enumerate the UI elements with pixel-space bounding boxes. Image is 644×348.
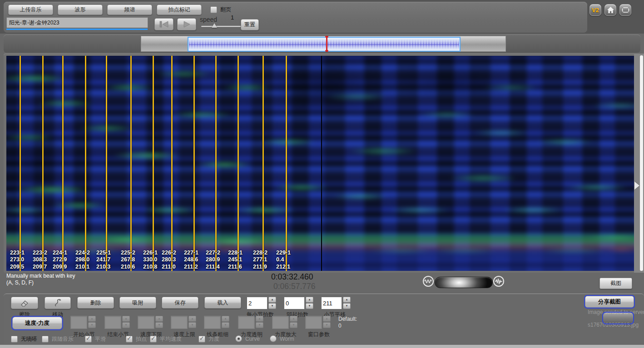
default-label: Default:	[338, 316, 357, 323]
beat-marker-line[interactable]	[171, 56, 173, 271]
window-params-up-button[interactable]: ▲	[323, 316, 331, 322]
beat-marker-line[interactable]	[193, 56, 195, 271]
end-measure-down-button[interactable]: ▼	[122, 322, 130, 328]
pickup-beats-input[interactable]	[284, 297, 305, 309]
speed-lower-limit-down-button[interactable]: ▼	[155, 322, 163, 328]
velocity-checkbox[interactable]	[198, 336, 205, 343]
smooth-checkbox-group[interactable]: 平滑	[85, 335, 106, 343]
vertical-scrollbar[interactable]	[640, 55, 643, 271]
no-tick-checkbox-group[interactable]: 无嘀嗒	[11, 335, 37, 343]
load-button[interactable]: 载入	[204, 297, 241, 309]
beat-marker-line[interactable]	[153, 56, 154, 271]
beat-points-checkbox-group[interactable]: 拍点	[126, 335, 147, 343]
speed-upper-limit-up-button[interactable]: ▲	[188, 316, 196, 322]
fullscreen-button[interactable]	[619, 4, 631, 16]
beat-marker-line[interactable]	[215, 56, 217, 271]
save-button[interactable]: 保存	[162, 297, 198, 309]
screenshot-button[interactable]: 截图	[599, 278, 632, 289]
expand-panel-arrow-icon[interactable]	[634, 181, 639, 190]
measure-shift-input[interactable]	[321, 297, 342, 309]
beat-marker-line[interactable]	[106, 56, 107, 271]
version-badge-button[interactable]: V2	[590, 4, 601, 16]
average-speed-checkbox[interactable]	[150, 336, 157, 343]
delete-button[interactable]: 删除	[77, 297, 114, 309]
beat-marker-line[interactable]	[263, 56, 264, 271]
curve-radio[interactable]	[235, 335, 242, 342]
line-thickness-down-button[interactable]: ▼	[222, 322, 229, 328]
skip-to-start-button[interactable]	[154, 18, 173, 30]
share-screenshot-button[interactable]: 分享截图	[585, 296, 634, 308]
waveform-icon-button[interactable]	[493, 276, 504, 287]
start-measure-up-button[interactable]: ▲	[88, 316, 96, 322]
pickup-beats-down-button[interactable]: ▼	[306, 303, 313, 309]
beat-marker-line[interactable]	[62, 56, 64, 271]
overview-playhead[interactable]	[326, 36, 327, 52]
move-tool-button[interactable]	[45, 297, 71, 309]
waveform-view-button[interactable]: 波形	[58, 5, 103, 15]
beat-marker-line[interactable]	[20, 56, 21, 271]
upload-music-button[interactable]: 上传音乐	[8, 5, 53, 15]
beat-points-checkbox[interactable]	[126, 336, 133, 343]
beat-marker-line[interactable]	[286, 56, 287, 271]
end-measure-up-button[interactable]: ▲	[122, 316, 130, 322]
spectrogram-playhead[interactable]	[321, 56, 322, 271]
curve-radio-group[interactable]: Curve	[235, 335, 260, 342]
window-params-down-button[interactable]: ▼	[323, 322, 331, 328]
speed-lower-limit-up-button[interactable]: ▲	[155, 316, 163, 322]
hint-line-1: Manually mark beat with key	[6, 273, 75, 279]
page-flip-checkbox-group[interactable]: 翻页	[210, 6, 231, 14]
beat-marker-line[interactable]	[85, 56, 86, 271]
home-button[interactable]	[604, 4, 616, 16]
beat-marker-line[interactable]	[42, 56, 44, 271]
spectrogram-canvas[interactable]: 223-1273.0209.5223-2308.3209.7224-1272.9…	[6, 56, 634, 271]
waveform-view-window[interactable]	[188, 37, 461, 52]
upload-overlay-button[interactable]	[603, 313, 633, 323]
fullscreen-icon	[621, 6, 630, 14]
velocity-alpha-up-button[interactable]: ▲	[256, 316, 263, 322]
average-speed-checkbox-group[interactable]: 平均速度	[150, 335, 182, 343]
no-tick-checkbox[interactable]	[11, 336, 18, 343]
worm-radio[interactable]	[270, 335, 277, 342]
speed-slider-thumb[interactable]	[212, 23, 217, 28]
velocity-alpha-down-button[interactable]: ▼	[256, 322, 263, 328]
follow-music-checkbox-group[interactable]: 跟随音乐	[42, 335, 74, 343]
measure-shift-down-button[interactable]: ▼	[343, 303, 351, 309]
speed-slider-track[interactable]	[201, 26, 243, 27]
velocity-scale-up-button[interactable]: ▲	[290, 316, 297, 322]
page-flip-checkbox[interactable]	[210, 6, 217, 13]
right-side-strip	[634, 54, 644, 273]
pickup-beats-up-button[interactable]: ▲	[306, 297, 313, 303]
waveform-overview-panel	[4, 34, 640, 53]
spectrum-view-button[interactable]: 频谱	[107, 5, 152, 15]
line-thickness-up-button[interactable]: ▲	[222, 316, 229, 322]
window-params-label: 窗口参数	[302, 331, 336, 338]
beat-marker-line[interactable]	[130, 56, 132, 271]
beats-per-measure-input[interactable]	[247, 297, 268, 309]
speed-velocity-mode-button[interactable]: 速度-力度	[12, 317, 62, 329]
song-title-input[interactable]	[6, 17, 148, 28]
app-root: 上传音乐波形频谱拍点标记 翻页 speed 1 重置 V2	[0, 0, 644, 348]
erase-tool-button[interactable]	[11, 297, 38, 309]
beat-marker-line[interactable]	[238, 56, 239, 271]
velocity-scale-down-button[interactable]: ▼	[290, 322, 297, 328]
worm-radio-group[interactable]: Worm	[270, 335, 294, 342]
play-button[interactable]	[177, 18, 196, 30]
snap-button[interactable]: 吸附	[119, 297, 156, 309]
blend-slider[interactable]	[435, 277, 493, 288]
measure-shift-up-button[interactable]: ▲	[343, 297, 351, 303]
beats-per-measure-up-button[interactable]: ▲	[268, 297, 276, 303]
start-measure-down-button[interactable]: ▼	[88, 322, 96, 328]
speed-lower-limit-input	[138, 316, 154, 329]
waveform-icon	[495, 278, 503, 284]
smooth-checkbox[interactable]	[85, 336, 92, 343]
waveform-overview-bar[interactable]	[141, 36, 506, 52]
sine-wave-icon-button[interactable]	[423, 276, 434, 287]
beat-marker-label: 229-10.4212.1	[276, 250, 304, 271]
beat-mark-view-button[interactable]: 拍点标记	[157, 5, 202, 15]
reset-speed-button[interactable]: 重置	[241, 19, 259, 30]
velocity-checkbox-group[interactable]: 力度	[198, 335, 219, 343]
beat-id: 225-1	[96, 250, 124, 257]
speed-upper-limit-down-button[interactable]: ▼	[188, 322, 196, 328]
beats-per-measure-down-button[interactable]: ▼	[268, 303, 276, 309]
follow-music-checkbox[interactable]	[42, 336, 49, 343]
